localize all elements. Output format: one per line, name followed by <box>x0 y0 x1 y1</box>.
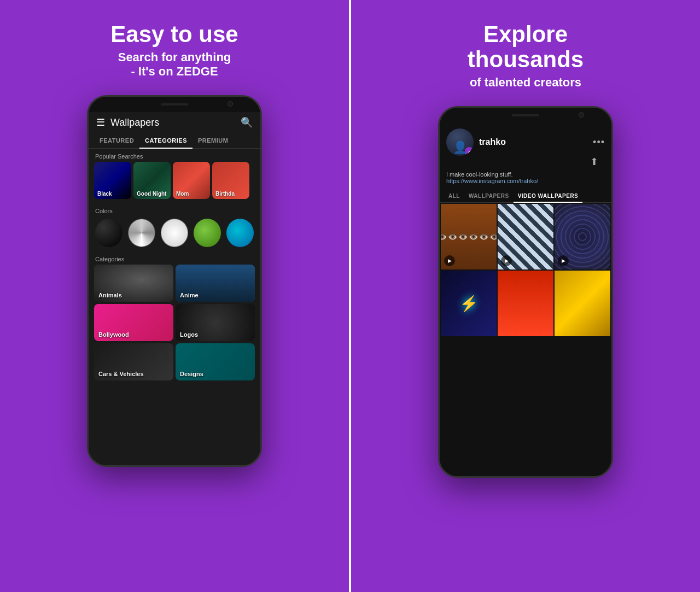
vol-up-btn <box>87 151 88 168</box>
cat-anime-label: Anime <box>180 292 199 298</box>
wallpaper-thumb-eyes[interactable]: ▶ <box>441 204 497 269</box>
vol-down-btn <box>87 173 88 190</box>
wallpaper-thumb-spiral[interactable]: ▶ <box>555 204 610 269</box>
phone-camera <box>228 101 233 107</box>
color-white[interactable] <box>161 219 188 247</box>
cat-animals[interactable]: Animals <box>94 265 173 302</box>
tile-goodnight-label: Good Night <box>137 191 166 197</box>
video-icon-1: ▶ <box>444 255 455 266</box>
right-headline: Explorethousands <box>468 22 584 72</box>
app-title: Wallpapers <box>110 117 235 128</box>
creator-avatar: ✓ <box>446 128 474 156</box>
right-panel: Explorethousands of talented creators ✓ … <box>351 0 700 592</box>
right-vol-down <box>438 184 439 201</box>
cat-bollywood[interactable]: Bollywood <box>94 304 173 341</box>
left-panel: Easy to use Search for anything- It's on… <box>0 0 351 592</box>
wallpaper-grid: ▶ ▶ ▶ <box>440 203 611 337</box>
popular-searches-label: Popular Searches <box>89 149 260 162</box>
tile-black[interactable]: Black <box>94 162 131 199</box>
video-icon-3: ▶ <box>558 255 569 266</box>
cat-designs-label: Designs <box>180 371 203 377</box>
app-topbar: ☰ Wallpapers 🔍 <box>89 112 260 133</box>
cat-logos-label: Logos <box>180 331 198 338</box>
cat-cars-label: Cars & Vehicles <box>98 371 144 377</box>
left-phone-frame: ☰ Wallpapers 🔍 FEATURED CATEGORIES PREMI… <box>87 95 262 467</box>
wallpaper-thumb-stripes[interactable]: ▶ <box>498 204 553 269</box>
tile-goodnight[interactable]: Good Night <box>133 162 171 199</box>
content-tabs: ALL WALLPAPERS VIDEO WALLPAPERS <box>440 190 611 203</box>
creator-name: trahko <box>479 137 587 147</box>
cat-animals-label: Animals <box>98 292 122 298</box>
right-phone-speaker <box>512 114 539 116</box>
power-btn <box>261 162 262 184</box>
phone-screen-left: ☰ Wallpapers 🔍 FEATURED CATEGORIES PREMI… <box>89 112 260 465</box>
colors-label: Colors <box>89 203 260 216</box>
tab-wallpapers[interactable]: WALLPAPERS <box>464 190 514 202</box>
cat-bollywood-label: Bollywood <box>98 331 129 338</box>
color-circles <box>89 216 260 251</box>
tile-birthday-label: Birthda <box>215 191 235 197</box>
verified-badge: ✓ <box>465 147 474 156</box>
right-vol-up <box>438 162 439 179</box>
tab-categories[interactable]: CATEGORIES <box>139 133 192 148</box>
cat-designs[interactable]: Designs <box>176 343 255 380</box>
search-icon[interactable]: 🔍 <box>241 116 253 128</box>
categories-grid: Animals Anime Bollywood Logos Cars & Veh… <box>89 265 260 380</box>
wallpaper-thumb-neon[interactable] <box>441 271 497 336</box>
color-black[interactable] <box>95 219 122 247</box>
wallpaper-thumb-red[interactable] <box>498 271 553 336</box>
search-tiles: Black Good Night Mom Birthda <box>89 162 260 203</box>
right-phone-camera <box>579 112 584 118</box>
left-headline: Easy to use <box>110 22 238 47</box>
creator-bio-text: I make cool-looking stuff. <box>446 171 605 178</box>
cat-logos[interactable]: Logos <box>176 304 255 341</box>
creator-bio: I make cool-looking stuff. https://www.i… <box>440 170 611 186</box>
right-power-btn <box>612 173 613 195</box>
color-chrome[interactable] <box>128 219 155 247</box>
cat-cars[interactable]: Cars & Vehicles <box>94 343 173 380</box>
categories-label: Categories <box>89 251 260 265</box>
tile-birthday[interactable]: Birthda <box>212 162 249 199</box>
right-phone-notch <box>440 108 611 123</box>
tab-featured[interactable]: FEATURED <box>94 133 139 148</box>
share-button[interactable]: ⬆ <box>584 156 605 167</box>
tile-mom[interactable]: Mom <box>173 162 210 199</box>
color-blue[interactable] <box>226 219 254 247</box>
tab-video-wallpapers[interactable]: VIDEO WALLPAPERS <box>514 190 583 202</box>
right-subheadline: of talented creators <box>470 75 581 90</box>
tab-premium[interactable]: PREMIUM <box>192 133 234 148</box>
color-green[interactable] <box>194 219 221 247</box>
tab-all[interactable]: ALL <box>444 190 464 202</box>
creator-link[interactable]: https://www.instagram.com/trahko/ <box>446 178 605 184</box>
video-icon-2: ▶ <box>501 255 512 266</box>
right-phone-screen: ✓ trahko ••• ⬆ I make cool-looking stuff… <box>440 123 611 476</box>
right-phone-frame: ✓ trahko ••• ⬆ I make cool-looking stuff… <box>438 106 613 478</box>
tile-black-label: Black <box>97 191 112 197</box>
tabs-row: FEATURED CATEGORIES PREMIUM <box>89 133 260 149</box>
phone-notch <box>89 97 260 112</box>
tile-mom-label: Mom <box>176 191 189 197</box>
wallpaper-thumb-gold[interactable] <box>555 271 610 336</box>
phone-speaker <box>161 103 188 105</box>
hamburger-icon[interactable]: ☰ <box>96 116 105 128</box>
cat-anime[interactable]: Anime <box>176 265 255 302</box>
more-options-icon[interactable]: ••• <box>593 137 605 148</box>
left-subheadline: Search for anything- It's on ZEDGE <box>118 50 231 79</box>
